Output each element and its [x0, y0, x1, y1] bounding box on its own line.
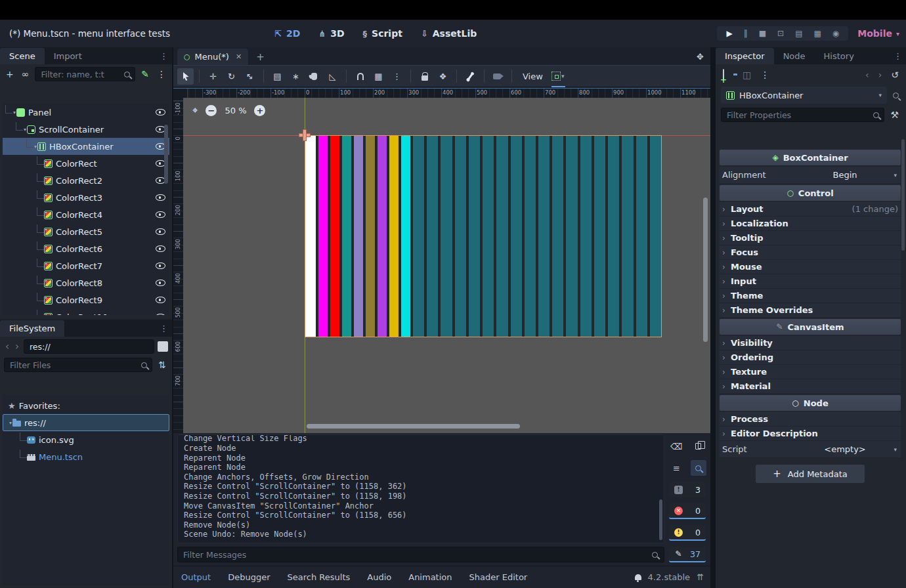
collapse-duplicates-button[interactable]: ≡ [669, 460, 685, 476]
property-group-theme[interactable]: ›Theme [720, 289, 901, 303]
visibility-eye-icon[interactable] [156, 245, 165, 252]
fs-split-mode-button[interactable] [158, 341, 168, 352]
view-menu[interactable]: View [517, 68, 548, 85]
color-rect-bar[interactable] [455, 136, 466, 337]
scene-node-colorrect[interactable]: ColorRect [3, 155, 169, 172]
pivot-tool[interactable]: ∗ [288, 68, 304, 85]
scene-node-colorrect3[interactable]: ColorRect3 [3, 189, 169, 206]
color-rect-bar[interactable] [552, 136, 563, 337]
bottom-tab-shader-editor[interactable]: Shader Editor [469, 572, 528, 582]
add-metadata-button[interactable]: +Add Metadata [756, 465, 864, 483]
expander-icon[interactable]: ▾ [24, 127, 26, 133]
notifications-bell-icon[interactable] [635, 574, 641, 580]
visibility-eye-icon[interactable] [156, 297, 165, 303]
scene-node-colorrect10[interactable]: ColorRect10 [3, 308, 169, 315]
color-rect-bar[interactable] [636, 136, 647, 337]
center-view-icon[interactable]: ⌖ [192, 104, 198, 116]
bottom-tab-search-results[interactable]: Search Results [288, 572, 351, 582]
color-rect-bar[interactable] [469, 136, 480, 337]
tab-node[interactable]: Node [774, 48, 815, 64]
fs-filter-input[interactable] [4, 358, 152, 372]
color-rect-bar[interactable] [483, 136, 494, 337]
visibility-eye-icon[interactable] [156, 228, 165, 235]
play-button[interactable]: ▶ [726, 30, 732, 37]
expand-bottom-panel-icon[interactable]: ⇈ [697, 572, 704, 582]
color-rect-bar[interactable] [594, 136, 605, 337]
color-rect-bar[interactable] [441, 136, 452, 337]
scene-tree-scrollbar[interactable] [164, 125, 168, 184]
select-tool[interactable] [177, 68, 194, 85]
visibility-eye-icon[interactable] [156, 194, 165, 201]
show-search-button[interactable] [691, 460, 706, 476]
anchor-preset-menu[interactable]: ▾ [550, 68, 567, 85]
visibility-eye-icon[interactable] [156, 109, 165, 116]
messages-count-badge[interactable]: !3 [669, 482, 706, 497]
tab-scene[interactable]: Scene [0, 48, 45, 64]
canvas-area[interactable]: ⌖ − 50 % + [183, 98, 710, 433]
scene-node-colorrect4[interactable]: ColorRect4 [3, 206, 169, 223]
property-value[interactable]: Begin [796, 170, 894, 180]
property-group-localization[interactable]: ›Localization [720, 217, 901, 231]
scene-node-colorrect9[interactable]: ColorRect9 [3, 291, 169, 308]
save-resource-button[interactable]: ◫ [741, 69, 753, 81]
remote-debug-button[interactable]: ⊡ [777, 30, 784, 37]
fs-item-favorites-[interactable]: ★Favorites: [3, 397, 169, 414]
history-forward-icon[interactable]: › [876, 69, 884, 81]
snap-options-menu[interactable]: ⋮ [389, 68, 405, 85]
scene-tree-menu-icon[interactable]: ⋮ [155, 68, 168, 80]
scene-node-scrollcontainer[interactable]: ▾ScrollContainer [3, 121, 169, 138]
color-rect-bar[interactable] [389, 136, 399, 337]
visibility-eye-icon[interactable] [156, 314, 165, 315]
color-rect-bar[interactable] [378, 136, 387, 337]
scene-node-colorrect2[interactable]: ColorRect2 [3, 172, 169, 189]
bottom-tab-animation[interactable]: Animation [408, 572, 452, 582]
fs-path-input[interactable] [24, 339, 154, 354]
group-button[interactable]: ❖ [435, 68, 451, 85]
pan-tool[interactable] [306, 68, 322, 85]
smart-snap-toggle[interactable] [352, 68, 368, 85]
scene-node-panel[interactable]: ▾Panel [3, 104, 169, 121]
warnings-count-badge[interactable]: !0 [669, 525, 706, 541]
color-rect-bar[interactable] [366, 136, 375, 337]
canvas-hscrollbar[interactable] [307, 424, 520, 429]
scene-node-colorrect7[interactable]: ColorRect7 [3, 257, 169, 274]
property-group-input[interactable]: ›Input [720, 274, 901, 289]
color-rect-bar[interactable] [511, 136, 522, 337]
errors-count-badge[interactable]: ✕0 [669, 503, 706, 519]
color-rect-bar[interactable] [650, 136, 661, 337]
property-tools-icon[interactable]: ⚒ [888, 109, 901, 121]
bottom-tab-audio[interactable]: Audio [367, 572, 391, 582]
instance-scene-button[interactable]: ∞ [20, 68, 32, 80]
new-resource-button[interactable] [721, 69, 726, 81]
scene-node-colorrect8[interactable]: ColorRect8 [3, 274, 169, 291]
fs-item-res-[interactable]: ▾res:// [3, 414, 169, 431]
fs-item-icon-svg[interactable]: icon.svg [3, 431, 169, 448]
property-group-theme-overrides[interactable]: ›Theme Overrides [720, 303, 901, 318]
movie-writer-button[interactable]: ▦ [813, 30, 821, 37]
attach-script-button[interactable]: ✎ [139, 68, 151, 80]
scene-filter-input[interactable] [35, 67, 135, 81]
play-movie-button[interactable]: ▤ [795, 30, 802, 37]
history-back-icon[interactable]: ‹ [863, 69, 871, 81]
close-icon[interactable]: ✕ [236, 52, 242, 61]
bottom-tab-debugger[interactable]: Debugger [228, 572, 270, 582]
rotate-tool[interactable]: ↻ [223, 68, 240, 85]
property-group-focus[interactable]: ›Focus [720, 245, 901, 260]
visibility-eye-icon[interactable] [156, 280, 165, 286]
color-rect-bar[interactable] [622, 136, 633, 337]
fs-back-icon[interactable]: ‹ [4, 341, 11, 352]
workspace-tab-script[interactable]: §Script [363, 28, 402, 39]
lock-button[interactable] [416, 68, 433, 85]
color-rect-bar[interactable] [566, 136, 577, 337]
bone-menu[interactable] [462, 68, 479, 85]
fs-item-menu-tscn[interactable]: Menu.tscn [3, 448, 169, 465]
visibility-eye-icon[interactable] [156, 211, 165, 218]
color-rect-bar[interactable] [354, 136, 363, 337]
tab-history[interactable]: History [815, 48, 863, 64]
visibility-eye-icon[interactable] [156, 262, 165, 269]
property-group-process[interactable]: ›Process [720, 412, 901, 427]
bottom-tab-output[interactable]: Output [181, 572, 211, 582]
list-select-tool[interactable]: ▤ [269, 68, 286, 85]
scene-node-hboxcontainer[interactable]: ▾HBoxContainer [3, 138, 169, 155]
color-rect-bar[interactable] [305, 136, 316, 337]
